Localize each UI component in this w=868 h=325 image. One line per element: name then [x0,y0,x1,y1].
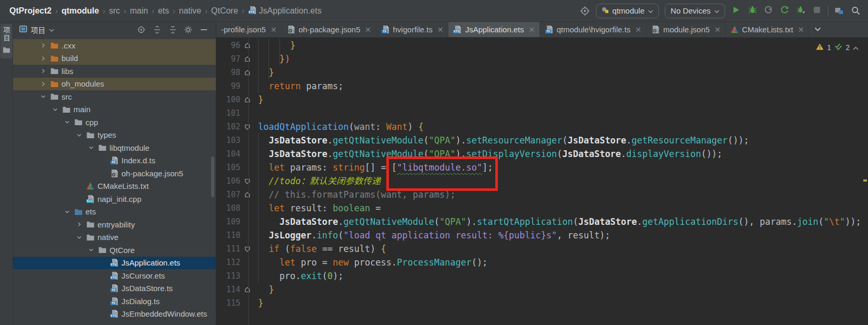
fold-marker-up[interactable] [240,39,254,52]
fold-marker-up[interactable] [240,283,254,296]
tree-scrollbar-thumb[interactable] [211,157,214,197]
chevron-down-icon[interactable] [38,92,48,101]
line-number[interactable]: 114 [216,283,240,296]
chevron-down-icon[interactable] [49,25,54,34]
breadcrumb-item[interactable]: qtmodule [62,6,99,16]
device-select[interactable]: No Devices [665,4,725,18]
tree-row[interactable]: {oh-package.json5 [13,167,216,180]
chevron-right-icon[interactable] [38,54,48,63]
search-icon[interactable] [850,6,861,16]
tree-row[interactable]: types [13,129,216,142]
breadcrumb-item[interactable]: main [130,6,148,16]
line-number[interactable]: 97 [216,52,240,66]
editor-tab[interactable]: TSqtmodule\hvigorfile.ts✕ [540,22,646,37]
chevron-up-icon[interactable] [853,43,859,52]
line-number[interactable]: 110 [216,228,240,242]
line-number[interactable]: 99 [216,79,240,93]
close-icon[interactable]: ✕ [437,26,444,34]
tree-row[interactable]: C++napi_init.cpp [13,192,216,206]
select-opened-file-icon[interactable] [137,25,146,34]
expand-all-icon[interactable] [152,25,162,34]
tree-row[interactable]: oh_modules [13,78,216,91]
line-number[interactable]: 111 [216,242,240,256]
close-icon[interactable]: ✕ [271,26,277,34]
tree-row[interactable]: QtCore [13,244,216,257]
fold-marker-up[interactable] [240,93,254,106]
tree-row[interactable]: native [13,231,216,244]
close-icon[interactable]: ✕ [635,26,641,34]
close-icon[interactable]: ✕ [365,26,371,34]
line-number[interactable]: 106 [216,174,240,188]
chevron-right-icon[interactable] [38,80,48,88]
tree-row[interactable]: libs [13,65,216,78]
tree-row[interactable]: ETSJsEmbeddedWindow.ets [13,308,216,321]
editor-tab[interactable]: {oh-package.json5✕ [282,22,376,37]
chevron-down-icon[interactable] [86,143,96,152]
line-number[interactable]: 102 [216,120,240,134]
tree-row[interactable]: .cxx [13,39,216,52]
chevron-right-icon[interactable] [38,41,48,50]
breadcrumb-item[interactable]: QtCore [211,6,238,16]
target-icon[interactable] [580,6,590,16]
editor-tab[interactable]: {module.json5✕ [646,22,726,37]
fold-marker-down[interactable] [240,120,254,134]
line-number[interactable]: 112 [216,256,240,269]
fold-marker-up[interactable] [240,66,254,79]
device-manager-icon[interactable] [834,6,845,16]
line-number[interactable]: 109 [216,215,240,228]
fold-marker-down[interactable] [240,242,254,256]
line-number[interactable]: 98 [216,66,240,79]
project-tool-window-tab[interactable]: 项目 [1,24,13,58]
tree-row[interactable]: build [13,52,216,65]
collapse-all-icon[interactable] [168,25,177,34]
fold-marker-up[interactable] [240,188,254,201]
editor-tab[interactable]: -profile.json5✕ [216,22,282,37]
close-icon[interactable]: ✕ [714,26,720,34]
tree-row[interactable]: src [13,90,216,103]
chevron-down-icon[interactable] [62,208,72,216]
debug-button[interactable] [747,6,757,16]
run-configuration-select[interactable]: qtmodule [596,4,659,18]
fold-marker-down[interactable] [240,174,254,188]
chevron-down-icon[interactable] [50,105,60,114]
chevron-right-icon[interactable] [74,220,84,228]
line-number[interactable]: 101 [216,106,240,120]
line-number[interactable]: 108 [216,201,240,215]
tree-row[interactable]: ETSJsApplication.ets [13,257,216,270]
settings-gear-icon[interactable] [184,25,193,34]
tree-row[interactable]: TSJsDialog.ts [13,295,216,308]
breadcrumb-item[interactable]: ETSJsApplication.ets [248,6,322,16]
editor-scrollbar[interactable] [862,38,868,325]
tab-overflow-chevron-icon[interactable] [809,22,868,37]
hide-panel-icon[interactable] [199,25,209,34]
editor-tab[interactable]: CMakeLists.txt✕ [726,22,809,37]
rerun-button[interactable] [779,6,790,16]
stop-button[interactable] [812,6,822,16]
code-editor[interactable]: 96 }97 })98 }99 return params;100}101102… [216,38,868,325]
line-number[interactable]: 105 [216,161,240,174]
tree-row[interactable]: entryability [13,218,216,231]
inspections-widget[interactable]: 1 2 [816,43,859,52]
line-number[interactable]: 100 [216,93,240,106]
debug-restart-button[interactable] [796,6,806,16]
tree-row[interactable]: main [13,103,216,116]
breadcrumb-item[interactable]: src [109,6,120,16]
line-number[interactable]: 107 [216,188,240,201]
chevron-down-icon[interactable] [74,131,84,139]
line-number[interactable]: 115 [216,296,240,310]
breadcrumb-item[interactable]: QtProject2 [9,6,52,16]
editor-tab[interactable]: TShvigorfile.ts✕ [376,22,449,37]
fold-marker-up[interactable] [240,52,254,66]
tree-row[interactable]: libqtmodule [13,141,216,154]
close-icon[interactable]: ✕ [529,26,535,34]
editor-tab[interactable]: ETSJsApplication.ets✕ [448,22,540,37]
tree-row[interactable]: cpp [13,116,216,129]
chevron-down-icon[interactable] [62,118,72,126]
line-number[interactable]: 104 [216,147,240,161]
line-number[interactable]: 113 [216,269,240,283]
attach-profiler-button[interactable] [763,6,774,16]
run-button[interactable] [731,6,741,16]
line-number[interactable]: 103 [216,134,240,147]
breadcrumb-item[interactable]: native [179,6,201,16]
line-number[interactable]: 96 [216,39,240,52]
